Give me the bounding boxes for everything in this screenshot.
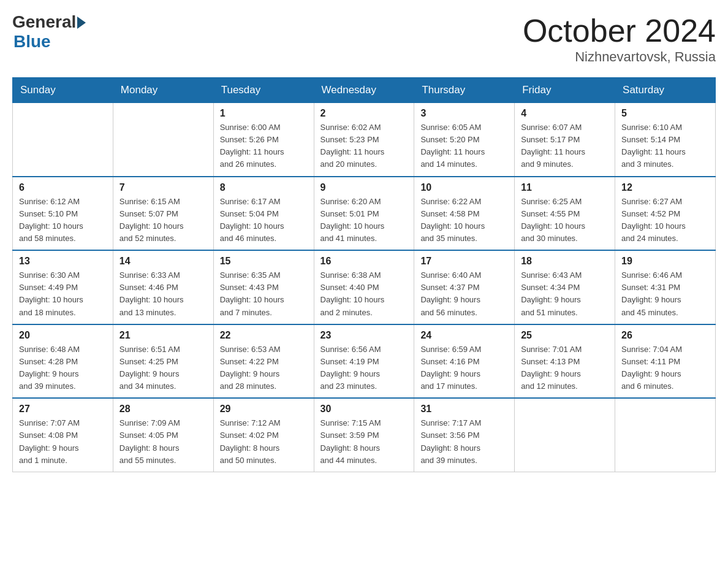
day-number: 20 xyxy=(19,330,107,341)
day-number: 21 xyxy=(119,330,207,341)
table-cell: 1Sunrise: 6:00 AMSunset: 5:26 PMDaylight… xyxy=(213,103,314,177)
month-title: October 2024 xyxy=(523,12,716,49)
day-number: 27 xyxy=(19,404,107,415)
table-cell: 2Sunrise: 6:02 AMSunset: 5:23 PMDaylight… xyxy=(314,103,414,177)
table-cell: 8Sunrise: 6:17 AMSunset: 5:04 PMDaylight… xyxy=(213,177,314,251)
day-info: Sunrise: 6:20 AMSunset: 5:01 PMDaylight:… xyxy=(320,196,408,245)
day-info: Sunrise: 6:46 AMSunset: 4:31 PMDaylight:… xyxy=(621,269,709,319)
table-cell: 29Sunrise: 7:12 AMSunset: 4:02 PMDayligh… xyxy=(213,398,314,472)
day-number: 7 xyxy=(119,182,207,193)
table-cell: 19Sunrise: 6:46 AMSunset: 4:31 PMDayligh… xyxy=(615,250,716,324)
table-cell: 7Sunrise: 6:15 AMSunset: 5:07 PMDaylight… xyxy=(113,177,213,251)
day-info: Sunrise: 7:07 AMSunset: 4:08 PMDaylight:… xyxy=(19,417,107,467)
day-number: 19 xyxy=(621,256,709,267)
day-number: 1 xyxy=(220,108,308,119)
week-row-1: 1Sunrise: 6:00 AMSunset: 5:26 PMDaylight… xyxy=(13,103,716,177)
table-cell: 23Sunrise: 6:56 AMSunset: 4:19 PMDayligh… xyxy=(314,324,414,399)
day-info: Sunrise: 6:00 AMSunset: 5:26 PMDaylight:… xyxy=(220,121,308,171)
location-text: Nizhnevartovsk, Russia xyxy=(523,49,716,65)
day-info: Sunrise: 7:17 AMSunset: 3:56 PMDaylight:… xyxy=(420,417,508,467)
week-row-4: 20Sunrise: 6:48 AMSunset: 4:28 PMDayligh… xyxy=(13,324,716,399)
table-cell: 22Sunrise: 6:53 AMSunset: 4:22 PMDayligh… xyxy=(213,324,314,399)
table-cell: 12Sunrise: 6:27 AMSunset: 4:52 PMDayligh… xyxy=(615,177,716,251)
day-info: Sunrise: 6:30 AMSunset: 4:49 PMDaylight:… xyxy=(19,269,107,319)
weekday-header-tuesday: Tuesday xyxy=(213,78,314,103)
logo-blue-text: Blue xyxy=(13,32,51,52)
logo: General Blue xyxy=(12,12,86,52)
day-info: Sunrise: 6:25 AMSunset: 4:55 PMDaylight:… xyxy=(521,196,609,245)
table-cell: 28Sunrise: 7:09 AMSunset: 4:05 PMDayligh… xyxy=(113,398,213,472)
day-number: 9 xyxy=(320,182,408,193)
table-cell: 14Sunrise: 6:33 AMSunset: 4:46 PMDayligh… xyxy=(113,250,213,324)
day-info: Sunrise: 6:27 AMSunset: 4:52 PMDaylight:… xyxy=(621,196,709,245)
table-cell: 17Sunrise: 6:40 AMSunset: 4:37 PMDayligh… xyxy=(414,250,515,324)
day-info: Sunrise: 6:15 AMSunset: 5:07 PMDaylight:… xyxy=(119,196,207,245)
table-cell: 25Sunrise: 7:01 AMSunset: 4:13 PMDayligh… xyxy=(515,324,615,399)
logo-arrow-icon xyxy=(77,17,86,29)
weekday-header-row: SundayMondayTuesdayWednesdayThursdayFrid… xyxy=(13,78,716,103)
day-info: Sunrise: 6:33 AMSunset: 4:46 PMDaylight:… xyxy=(119,269,207,319)
day-number: 14 xyxy=(119,256,207,267)
day-info: Sunrise: 6:51 AMSunset: 4:25 PMDaylight:… xyxy=(119,343,207,393)
table-cell: 11Sunrise: 6:25 AMSunset: 4:55 PMDayligh… xyxy=(515,177,615,251)
weekday-header-thursday: Thursday xyxy=(414,78,515,103)
day-info: Sunrise: 6:17 AMSunset: 5:04 PMDaylight:… xyxy=(220,196,308,245)
day-info: Sunrise: 6:10 AMSunset: 5:14 PMDaylight:… xyxy=(621,121,709,171)
day-info: Sunrise: 7:15 AMSunset: 3:59 PMDaylight:… xyxy=(320,417,408,467)
day-number: 11 xyxy=(521,182,609,193)
day-number: 12 xyxy=(621,182,709,193)
day-number: 6 xyxy=(19,182,107,193)
day-info: Sunrise: 6:05 AMSunset: 5:20 PMDaylight:… xyxy=(420,121,508,171)
weekday-header-wednesday: Wednesday xyxy=(314,78,414,103)
table-cell: 20Sunrise: 6:48 AMSunset: 4:28 PMDayligh… xyxy=(13,324,113,399)
title-section: October 2024 Nizhnevartovsk, Russia xyxy=(523,12,716,65)
table-cell: 16Sunrise: 6:38 AMSunset: 4:40 PMDayligh… xyxy=(314,250,414,324)
day-info: Sunrise: 6:43 AMSunset: 4:34 PMDaylight:… xyxy=(521,269,609,319)
day-number: 22 xyxy=(220,330,308,341)
day-number: 13 xyxy=(19,256,107,267)
day-number: 31 xyxy=(420,404,508,415)
day-number: 2 xyxy=(320,108,408,119)
day-info: Sunrise: 6:07 AMSunset: 5:17 PMDaylight:… xyxy=(521,121,609,171)
calendar-table: SundayMondayTuesdayWednesdayThursdayFrid… xyxy=(12,77,716,472)
day-number: 10 xyxy=(420,182,508,193)
day-number: 16 xyxy=(320,256,408,267)
table-cell: 4Sunrise: 6:07 AMSunset: 5:17 PMDaylight… xyxy=(515,103,615,177)
day-number: 4 xyxy=(521,108,609,119)
table-cell: 18Sunrise: 6:43 AMSunset: 4:34 PMDayligh… xyxy=(515,250,615,324)
table-cell: 13Sunrise: 6:30 AMSunset: 4:49 PMDayligh… xyxy=(13,250,113,324)
day-number: 5 xyxy=(621,108,709,119)
table-cell: 10Sunrise: 6:22 AMSunset: 4:58 PMDayligh… xyxy=(414,177,515,251)
table-cell: 26Sunrise: 7:04 AMSunset: 4:11 PMDayligh… xyxy=(615,324,716,399)
weekday-header-friday: Friday xyxy=(515,78,615,103)
day-info: Sunrise: 6:38 AMSunset: 4:40 PMDaylight:… xyxy=(320,269,408,319)
weekday-header-sunday: Sunday xyxy=(13,78,113,103)
day-info: Sunrise: 7:12 AMSunset: 4:02 PMDaylight:… xyxy=(220,417,308,467)
day-number: 25 xyxy=(521,330,609,341)
table-cell: 21Sunrise: 6:51 AMSunset: 4:25 PMDayligh… xyxy=(113,324,213,399)
week-row-3: 13Sunrise: 6:30 AMSunset: 4:49 PMDayligh… xyxy=(13,250,716,324)
week-row-5: 27Sunrise: 7:07 AMSunset: 4:08 PMDayligh… xyxy=(13,398,716,472)
table-cell: 3Sunrise: 6:05 AMSunset: 5:20 PMDaylight… xyxy=(414,103,515,177)
day-info: Sunrise: 6:48 AMSunset: 4:28 PMDaylight:… xyxy=(19,343,107,393)
day-info: Sunrise: 6:22 AMSunset: 4:58 PMDaylight:… xyxy=(420,196,508,245)
page-header: General Blue October 2024 Nizhnevartovsk… xyxy=(12,12,716,65)
table-cell: 6Sunrise: 6:12 AMSunset: 5:10 PMDaylight… xyxy=(13,177,113,251)
day-info: Sunrise: 6:35 AMSunset: 4:43 PMDaylight:… xyxy=(220,269,308,319)
day-number: 28 xyxy=(119,404,207,415)
day-info: Sunrise: 6:53 AMSunset: 4:22 PMDaylight:… xyxy=(220,343,308,393)
table-cell: 24Sunrise: 6:59 AMSunset: 4:16 PMDayligh… xyxy=(414,324,515,399)
weekday-header-monday: Monday xyxy=(113,78,213,103)
day-info: Sunrise: 6:12 AMSunset: 5:10 PMDaylight:… xyxy=(19,196,107,245)
day-number: 26 xyxy=(621,330,709,341)
day-number: 8 xyxy=(220,182,308,193)
day-info: Sunrise: 7:04 AMSunset: 4:11 PMDaylight:… xyxy=(621,343,709,393)
day-number: 17 xyxy=(420,256,508,267)
day-number: 24 xyxy=(420,330,508,341)
table-cell: 15Sunrise: 6:35 AMSunset: 4:43 PMDayligh… xyxy=(213,250,314,324)
day-info: Sunrise: 6:56 AMSunset: 4:19 PMDaylight:… xyxy=(320,343,408,393)
day-number: 3 xyxy=(420,108,508,119)
day-info: Sunrise: 7:09 AMSunset: 4:05 PMDaylight:… xyxy=(119,417,207,467)
day-info: Sunrise: 6:02 AMSunset: 5:23 PMDaylight:… xyxy=(320,121,408,171)
table-cell: 5Sunrise: 6:10 AMSunset: 5:14 PMDaylight… xyxy=(615,103,716,177)
